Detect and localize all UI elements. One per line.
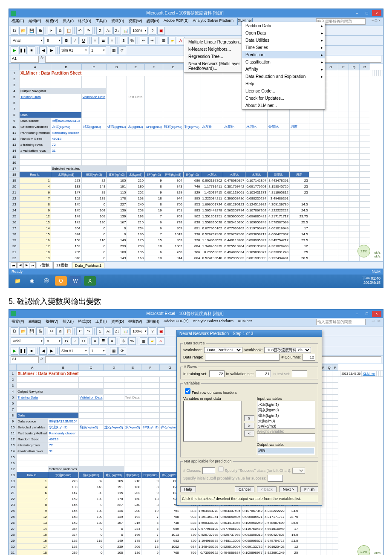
sim-select[interactable]: Sim #1: [59, 46, 88, 54]
headers-checkbox[interactable]: [185, 388, 190, 394]
play-icon[interactable]: ▶: [11, 46, 18, 54]
tab-7var[interactable]: 7變數: [37, 262, 52, 269]
redo-icon[interactable]: ↷: [85, 327, 92, 335]
menu-insert[interactable]: 插入(I): [63, 18, 74, 25]
sim-count[interactable]: 1: [89, 46, 106, 54]
refresh-icon[interactable]: ⟳: [118, 347, 126, 355]
save-icon[interactable]: 💾: [28, 327, 35, 335]
open-icon[interactable]: 📂: [19, 327, 27, 335]
menu-format[interactable]: 格式(O): [78, 18, 91, 25]
workbook-select[interactable]: 103普矽流度資料.xls: [264, 347, 311, 353]
step-fwd-icon[interactable]: ▶: [48, 46, 55, 54]
tb-outlook-icon[interactable]: O: [55, 276, 67, 286]
font-select[interactable]: Arial: [11, 337, 44, 345]
menu-view[interactable]: 檢視(V): [46, 319, 58, 325]
copy-icon[interactable]: ⧉: [56, 327, 64, 335]
fill-icon[interactable]: ▰: [168, 37, 176, 44]
tb-chrome-icon[interactable]: ◉: [26, 276, 38, 286]
menu-data-reduction[interactable]: Data Reduction and Exploration: [242, 73, 325, 80]
menu-about[interactable]: About XLMiner...: [242, 102, 325, 109]
finish-button[interactable]: Finish: [300, 486, 318, 492]
align-right-icon[interactable]: ≡: [108, 37, 116, 44]
step-back-icon[interactable]: ◀: [39, 46, 47, 54]
percent-icon[interactable]: %: [128, 337, 136, 345]
menu-adobe[interactable]: Adobe PDF(B): [164, 319, 189, 325]
training-input[interactable]: [209, 370, 225, 377]
currency-icon[interactable]: $: [120, 37, 127, 44]
redo-icon[interactable]: ↷: [85, 27, 92, 35]
underline-icon[interactable]: U: [80, 337, 87, 345]
menu-edit[interactable]: 編輯(E): [29, 319, 41, 325]
fontsize-select[interactable]: 8: [45, 37, 62, 44]
new-icon[interactable]: 🗋: [11, 327, 18, 335]
tb-explorer-icon[interactable]: 📁: [12, 276, 23, 286]
menu-file[interactable]: 檔案(F): [12, 319, 24, 325]
copy-icon[interactable]: ⧉: [56, 27, 64, 35]
menu-help[interactable]: 說明(H): [147, 18, 160, 25]
validation-input[interactable]: [256, 370, 271, 377]
sort-desc-icon[interactable]: Z↓: [113, 27, 121, 35]
menu-license[interactable]: License Code...: [242, 87, 325, 95]
menu-file[interactable]: 檔案(F): [12, 18, 24, 25]
move-right-button[interactable]: ≥: [244, 415, 254, 421]
cell-reference[interactable]: A1: [11, 356, 39, 363]
help-button[interactable]: Help: [180, 486, 196, 492]
cancel-button[interactable]: Cancel: [235, 486, 254, 492]
border-icon[interactable]: ▦: [160, 37, 167, 44]
menu-time-series[interactable]: Time Series: [242, 44, 325, 51]
chart-icon[interactable]: 📊: [122, 27, 130, 35]
move-single-button[interactable]: >: [244, 423, 254, 429]
pause-icon[interactable]: ❚❚: [19, 46, 27, 54]
worksheet-select[interactable]: Data_Partition1: [204, 347, 242, 353]
tab-prev-icon[interactable]: ◀: [17, 262, 23, 268]
fontcolor-icon[interactable]: A: [157, 337, 164, 345]
fill-icon[interactable]: ▰: [148, 337, 156, 345]
open-icon[interactable]: 📂: [19, 27, 27, 35]
menu-solver[interactable]: Analytic Solver Platform: [193, 18, 234, 25]
tb-ie-icon[interactable]: ⓔ: [40, 276, 52, 286]
sort-desc-icon[interactable]: Z↓: [113, 327, 121, 335]
help-search[interactable]: 輸入需要解答的問題: [316, 319, 366, 325]
maximize-button[interactable]: □: [362, 10, 372, 16]
menu-format[interactable]: 格式(O): [78, 319, 91, 325]
align-left-icon[interactable]: ≡: [91, 37, 99, 44]
stop-icon[interactable]: ■: [28, 347, 35, 355]
sort-asc-icon[interactable]: A↓: [105, 327, 112, 335]
currency-icon[interactable]: $: [120, 337, 127, 345]
font-select[interactable]: Arial: [11, 37, 44, 44]
menu-help[interactable]: Help: [242, 80, 325, 87]
italic-icon[interactable]: I: [71, 337, 79, 345]
cell-reference[interactable]: A1: [11, 56, 39, 63]
menu-solver[interactable]: Analytic Solver Platform: [193, 319, 234, 325]
minimize-button[interactable]: −: [352, 10, 362, 16]
bold-icon[interactable]: B: [63, 337, 70, 345]
output-listbox[interactable]: 坍度: [257, 447, 315, 455]
weight-listbox[interactable]: [257, 434, 315, 442]
menu-tools[interactable]: 工具(I): [95, 18, 107, 25]
menu-edit[interactable]: 編輯(E): [29, 18, 41, 25]
menu-data-utilities[interactable]: Data Utilities: [242, 37, 325, 44]
percent-icon[interactable]: %: [128, 37, 136, 44]
indent-icon[interactable]: ⇤: [140, 37, 147, 44]
stop-icon[interactable]: ■: [28, 46, 35, 54]
menu-affinity[interactable]: Affinity: [242, 66, 325, 73]
save-icon[interactable]: 💾: [28, 27, 35, 35]
menu-help[interactable]: 說明(H): [147, 319, 160, 325]
step-fwd-icon[interactable]: ▶: [48, 347, 55, 355]
print-icon[interactable]: 🖶: [36, 27, 44, 35]
sim-count[interactable]: 1: [89, 347, 106, 355]
bold-icon[interactable]: B: [63, 37, 70, 44]
sum-icon[interactable]: Σ: [96, 27, 104, 35]
cut-icon[interactable]: ✂: [48, 327, 55, 335]
new-icon[interactable]: 🗋: [11, 27, 18, 35]
menu-window[interactable]: 視窗(W): [128, 18, 142, 25]
tab-data-partition[interactable]: Data_Partition1: [72, 263, 104, 268]
paste-icon[interactable]: 📋: [65, 327, 72, 335]
align-left-icon[interactable]: ≡: [91, 337, 99, 345]
menu-view[interactable]: 檢視(V): [46, 18, 58, 25]
menu-prediction[interactable]: Prediction: [242, 51, 325, 58]
spreadsheet[interactable]: ABCDEFGHIJKLMNOPQR1XLMiner : Data Partit…: [9, 64, 383, 261]
fontsize-select[interactable]: 8: [45, 337, 62, 345]
close-button[interactable]: ×: [372, 10, 381, 16]
print-icon[interactable]: 🖶: [36, 327, 44, 335]
